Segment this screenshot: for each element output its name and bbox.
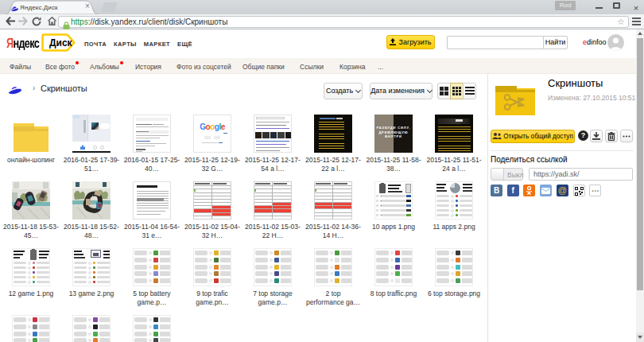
file-tile[interactable]: 13 game 2.png [61,248,122,298]
thumb-part [451,272,454,275]
search-button[interactable]: Найти [543,36,568,49]
download-button[interactable] [590,130,603,142]
lock-icon-part-part [65,21,68,24]
file-tile[interactable]: 11 apps 2.png [424,181,484,231]
tab-close-icon[interactable]: × [85,2,90,10]
thumb-part [33,325,37,329]
section-tab[interactable]: Все фото [45,63,75,71]
thumb-part [395,278,400,283]
disk-logo-icon[interactable] [7,84,22,96]
thumb-part [274,271,279,276]
social-qr-icon-part-part [575,187,584,196]
thumb-part [194,219,231,220]
thumb-part [28,271,31,274]
thumb-part [136,124,152,125]
file-tile[interactable]: 7 top storage game.p… [242,248,303,306]
create-button[interactable]: Создать [324,83,363,99]
section-tab[interactable]: Общие папки [242,63,285,71]
scrollbar-thumb[interactable] [637,38,643,290]
file-tile[interactable]: 10 apps 1.png [363,181,424,231]
browser-menu-icon[interactable] [631,17,642,27]
file-tile[interactable]: 2016-01-25 17-39-51… [61,115,122,173]
scrollbar-up-arrow[interactable] [636,29,644,37]
sort-dropdown[interactable]: Дата изменения [370,83,433,99]
file-tile[interactable]: 2015-11-02 15-03-22 H… [242,181,303,239]
thumb-part [149,332,152,336]
thumb-part [376,200,378,202]
social-vk-icon[interactable]: В [491,185,502,196]
yandex-logo[interactable]: Яндекс [6,37,39,51]
share-access-button[interactable]: Открыть общий доступ [491,130,575,143]
search-input[interactable] [447,36,543,49]
yandex-nav-link[interactable]: МАРКЕТ [144,41,170,48]
avatar[interactable] [607,34,624,51]
social-envelope-icon[interactable] [540,185,552,196]
yandex-nav-link[interactable]: КАРТЫ [114,41,137,48]
file-tile[interactable]: 2015-11-02 14-36-14 H… [303,181,363,239]
section-tab[interactable]: Файлы [10,63,31,71]
yandex-nav-link[interactable]: ПОЧТА [84,41,107,48]
url-bar[interactable]: https://disk.yandex.ru/client/disk/Скрин… [58,16,629,28]
file-tile[interactable]: 12 game 1.png [1,248,61,298]
username[interactable]: edinfoo [583,38,607,46]
more-actions-button[interactable] [620,130,633,142]
file-tile[interactable] [1,315,61,342]
folder-tile[interactable]: онлайн-шопинг [1,115,61,165]
file-tile[interactable]: 2 top performance ga… [303,248,363,306]
file-tile[interactable]: 2015-11-04 16-54-31 e… [122,181,182,239]
view-list-button[interactable] [463,83,476,99]
file-tile[interactable]: 2015-11-02 15-04-32 H… [182,181,242,239]
upload-button[interactable]: Загрузить [386,35,435,49]
page-scrollbar[interactable] [636,29,644,342]
bookmark-star-icon[interactable]: ☆ [617,17,625,27]
section-tab[interactable]: Фото из соцсетей [177,63,231,71]
yandex-nav-link[interactable]: ЕЩЁ [177,41,192,48]
section-tab[interactable]: История [135,63,161,71]
view-large-tiles-button[interactable] [437,83,451,99]
reload-button[interactable] [29,15,44,29]
trash-button[interactable] [605,130,618,142]
file-tile[interactable] [122,315,182,342]
file-tile[interactable]: 6 top storage.png [424,248,484,298]
profile-badge[interactable]: Rod [555,1,576,10]
thumb-part [438,142,471,144]
window-close-button[interactable]: × [625,0,644,11]
share-link-toggle[interactable]: Выкл [491,168,523,181]
file-tile[interactable]: 9 top trafic game.pn… [182,248,242,306]
social-facebook-icon[interactable]: f [507,185,519,196]
forward-button[interactable] [15,15,29,29]
section-tab[interactable]: ... [378,63,383,71]
social-more-icon[interactable]: … [589,185,601,196]
thumb-part [91,122,99,130]
social-odnoklassniki-icon[interactable] [523,185,535,196]
section-tab[interactable]: Альбомы [90,63,119,71]
thumb-part [12,248,50,286]
social-qr-icon[interactable] [573,185,585,196]
new-tab-button[interactable] [101,2,118,12]
file-tile[interactable]: 2015-11-18 15-53-45… [1,181,61,239]
file-tile[interactable]: 2016-01-15 17-25-40… [122,115,182,173]
social-mailru-icon[interactable]: @ [557,185,568,196]
thumb-part [436,190,447,192]
file-tile[interactable]: 2015-11-25 12-17-54 a l… [242,115,303,173]
section-tab[interactable]: Ссылки [300,63,324,71]
toggle-knob[interactable] [491,169,504,180]
home-button[interactable] [45,15,59,29]
file-tile[interactable]: 2015-11-25 11-51-24 a l… [424,115,484,173]
view-small-tiles-button[interactable] [450,83,464,99]
file-tile[interactable]: 8 top traffic.png [363,248,424,298]
social-qr-icon-part-part-part [576,193,577,195]
file-tile[interactable] [61,315,122,342]
file-tile[interactable]: 2015-11-18 15-52-48… [61,181,122,239]
file-tile[interactable]: 5 top battery game.p… [122,248,182,306]
help-icon[interactable]: ? [578,130,588,141]
file-tile[interactable]: РАЗБУДИ СИЛУ, ДРЕМЛЮЩУЮ ВНУТРИ2015-11-25… [363,115,424,173]
section-tab[interactable]: Корзина [339,63,365,71]
file-tile[interactable]: 2015-11-25 12-17-22 a l… [303,115,363,173]
share-link-input[interactable]: https://yadi.sk/ [529,168,633,181]
thumb-part [209,272,212,275]
scrollbar-down-arrow[interactable] [636,332,644,342]
disk-logo-icon-part [7,86,22,95]
thumb-part [136,138,160,138]
file-tile[interactable]: Google2015-11-25 12-19-32 G… [182,115,242,173]
